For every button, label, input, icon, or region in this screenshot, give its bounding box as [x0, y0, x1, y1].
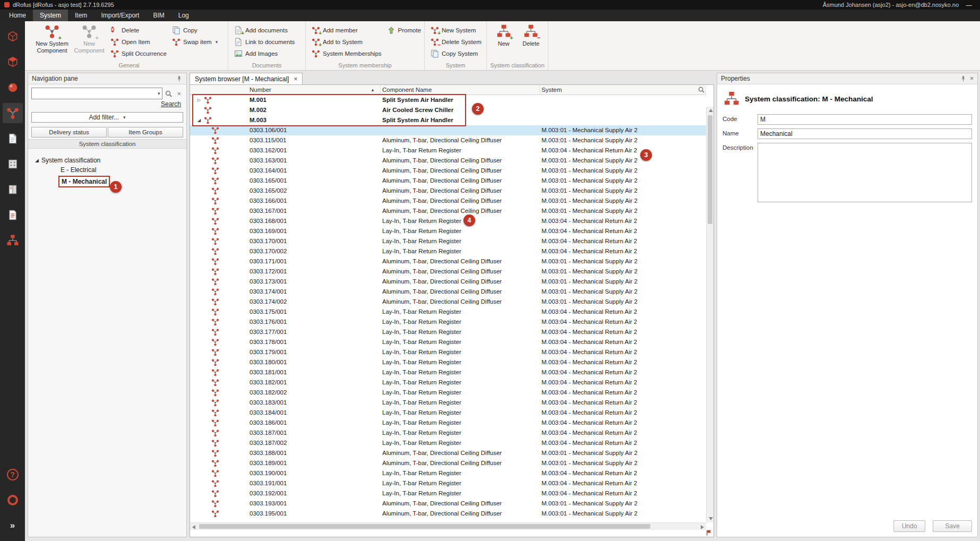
promote-button[interactable]: Promote: [384, 25, 424, 35]
column-search-icon[interactable]: [698, 86, 705, 93]
add-filter-button[interactable]: Add filter... ▾: [31, 112, 183, 123]
table-row[interactable]: 0303.195/001 Aluminum, T-bar, Directiona…: [190, 509, 706, 519]
table-row[interactable]: 0303.180/001 Lay-In, T-bar Return Regist…: [190, 357, 706, 367]
product-catalog-icon[interactable]: [3, 179, 23, 200]
name-input[interactable]: [758, 128, 972, 139]
search-icon[interactable]: [165, 90, 173, 98]
table-row[interactable]: 0303.163/001 Aluminum, T-bar, Directiona…: [190, 156, 706, 166]
tree-item[interactable]: E - Electrical: [58, 166, 98, 175]
table-row[interactable]: 0303.178/001 Lay-In, T-bar Return Regist…: [190, 337, 706, 347]
clear-search-icon[interactable]: ×: [175, 90, 183, 98]
table-row[interactable]: 0303.182/001 Lay-In, T-bar Return Regist…: [190, 377, 706, 388]
close-pane-icon[interactable]: ×: [970, 75, 974, 82]
close-tab-icon[interactable]: ×: [294, 75, 297, 83]
save-button[interactable]: Save: [933, 520, 972, 532]
documents-icon[interactable]: [3, 128, 23, 149]
table-row[interactable]: 0303.115/001 Aluminum, T-bar, Directiona…: [190, 135, 706, 145]
help-icon[interactable]: ?: [3, 465, 23, 485]
tree-item[interactable]: M - Mechanical: [58, 176, 110, 187]
table-row[interactable]: 0303.166/001 Aluminum, T-bar, Directiona…: [190, 196, 706, 206]
vertical-scrollbar[interactable]: [706, 107, 713, 522]
open-item-button[interactable]: Open Item: [108, 37, 169, 47]
code-input[interactable]: [758, 114, 972, 125]
table-row[interactable]: 0303.165/002 Aluminum, T-bar, Directiona…: [190, 186, 706, 196]
table-row[interactable]: 0303.192/001 Lay-In, T-bar Return Regist…: [190, 488, 706, 499]
minimize-button[interactable]: —: [962, 2, 976, 8]
add-images-button[interactable]: Add Images: [231, 48, 297, 58]
system-memberships-button[interactable]: System Memberships: [309, 48, 384, 58]
search-link[interactable]: Search: [161, 100, 181, 108]
table-row[interactable]: 0303.181/001 Lay-In, T-bar Return Regist…: [190, 367, 706, 377]
link-to-documents-button[interactable]: Link to documents: [231, 37, 297, 47]
scroll-down-icon[interactable]: [709, 517, 713, 520]
table-row[interactable]: 0303.170/002 Lay-In, T-bar Return Regist…: [190, 246, 706, 256]
table-row[interactable]: 0303.177/001 Lay-In, T-bar Return Regist…: [190, 327, 706, 337]
delete-system-button[interactable]: − Delete System: [428, 37, 484, 47]
tree-root-system-classification[interactable]: ◢ System classification: [28, 155, 186, 165]
scroll-right-icon[interactable]: [701, 525, 704, 529]
search-options-dropdown-icon[interactable]: ▾: [158, 91, 160, 96]
new-component-button[interactable]: + New Component: [71, 21, 108, 61]
table-row[interactable]: 0303.188/001 Aluminum, T-bar, Directiona…: [190, 448, 706, 458]
table-row[interactable]: 0303.184/001 Lay-In, T-bar Return Regist…: [190, 408, 706, 418]
room-function-icon[interactable]: [3, 52, 23, 72]
search-input[interactable]: [34, 90, 157, 97]
table-row[interactable]: 0303.173/001 Aluminum, T-bar, Directiona…: [190, 277, 706, 287]
support-icon[interactable]: [3, 490, 23, 510]
buildings-icon[interactable]: [3, 154, 23, 174]
copy-button[interactable]: Copy: [169, 25, 220, 35]
table-row[interactable]: 0303.187/002 Lay-In, T-bar Return Regist…: [190, 438, 706, 448]
reports-icon[interactable]: [3, 205, 23, 225]
menu-item[interactable]: Home: [2, 10, 33, 21]
new-system-component-button[interactable]: + New System Component: [33, 21, 71, 61]
menu-item[interactable]: Import/Export: [94, 10, 146, 21]
horizontal-scrollbar-thumb[interactable]: [199, 524, 650, 529]
menu-item[interactable]: Log: [171, 10, 196, 21]
column-header-system[interactable]: System: [540, 85, 706, 95]
table-row[interactable]: 0303.187/001 Lay-In, T-bar Return Regist…: [190, 428, 706, 438]
expand-sidebar-icon[interactable]: »: [3, 516, 23, 536]
table-row[interactable]: 0303.183/001 Lay-In, T-bar Return Regist…: [190, 398, 706, 408]
horizontal-scrollbar[interactable]: [190, 522, 706, 530]
scroll-left-icon[interactable]: [192, 525, 195, 529]
table-row[interactable]: 0303.190/001 Lay-In, T-bar Return Regist…: [190, 468, 706, 478]
scroll-up-icon[interactable]: [709, 109, 713, 112]
swap-item-button[interactable]: Swap item ▾: [169, 37, 220, 47]
add-to-system-button[interactable]: + Add to System: [309, 37, 384, 47]
table-row[interactable]: 0303.189/001 Aluminum, T-bar, Directiona…: [190, 458, 706, 468]
add-documents-button[interactable]: + Add documents: [231, 25, 297, 35]
table-row[interactable]: 0303.193/001 Aluminum, T-bar, Directiona…: [190, 499, 706, 509]
split-occurrence-button[interactable]: Split Occurrence: [108, 48, 169, 58]
items-icon[interactable]: [3, 78, 23, 98]
column-header-component-name[interactable]: Component Name: [381, 85, 540, 95]
nav-tab[interactable]: Delivery status: [31, 127, 107, 138]
undo-button[interactable]: Undo: [893, 520, 925, 532]
menu-item[interactable]: BIM: [146, 10, 171, 21]
systems-icon[interactable]: [3, 103, 23, 123]
delete-button[interactable]: × Delete: [108, 25, 169, 35]
table-row[interactable]: 0303.165/001 Aluminum, T-bar, Directiona…: [190, 176, 706, 186]
table-row[interactable]: 0303.174/001 Aluminum, T-bar, Directiona…: [190, 287, 706, 297]
expander-icon[interactable]: ◢: [35, 158, 39, 163]
table-row[interactable]: 0303.186/001 Lay-In, T-bar Return Regist…: [190, 418, 706, 428]
pin-icon[interactable]: [960, 75, 967, 82]
new-classification-button[interactable]: + New: [490, 21, 518, 61]
column-header-number[interactable]: Number ▲: [190, 85, 381, 95]
table-row[interactable]: 0303.168/001 Lay-In, T-bar Return Regist…: [190, 216, 706, 226]
table-row[interactable]: 0303.162/001 Lay-In, T-bar Return Regist…: [190, 145, 706, 156]
table-row[interactable]: 0303.176/001 Lay-In, T-bar Return Regist…: [190, 317, 706, 327]
table-row[interactable]: 0303.164/001 Aluminum, T-bar, Directiona…: [190, 166, 706, 176]
nav-tab[interactable]: Item Groups: [108, 127, 183, 138]
table-row[interactable]: 0303.182/002 Lay-In, T-bar Return Regist…: [190, 388, 706, 398]
table-row[interactable]: 0303.174/002 Aluminum, T-bar, Directiona…: [190, 297, 706, 307]
new-system-button[interactable]: + New System: [428, 25, 484, 35]
add-member-button[interactable]: + Add member: [309, 25, 384, 35]
table-row[interactable]: 0303.169/001 Lay-In, T-bar Return Regist…: [190, 226, 706, 236]
menu-item[interactable]: Item: [68, 10, 94, 21]
table-row[interactable]: 0303.106/001 M.003:01 - Mechanical Suppl…: [190, 125, 706, 135]
table-row[interactable]: 0303.167/001 Aluminum, T-bar, Directiona…: [190, 206, 706, 216]
classification-icon[interactable]: [3, 230, 23, 251]
rooms-icon[interactable]: [3, 27, 23, 47]
menu-item[interactable]: System: [33, 10, 68, 21]
table-row[interactable]: 0303.170/001 Lay-In, T-bar Return Regist…: [190, 236, 706, 246]
